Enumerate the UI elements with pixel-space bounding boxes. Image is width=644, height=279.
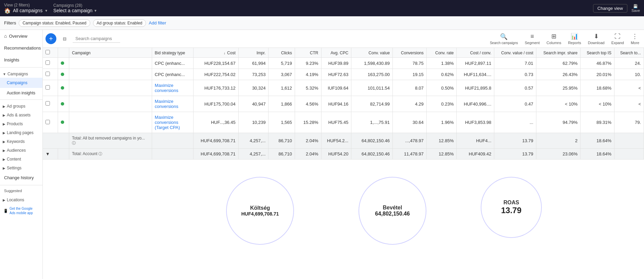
account-expand-cell[interactable]: ▼ xyxy=(43,149,58,160)
change-view-button[interactable]: Change view xyxy=(593,4,627,13)
status-indicator xyxy=(61,120,64,124)
sidebar-section-audiences[interactable]: ▶ Audiences xyxy=(0,145,42,154)
row-checkbox-cell[interactable] xyxy=(43,58,58,69)
account-cost-conv-cell: HUF409.42 xyxy=(457,149,494,160)
header-bid-strategy[interactable]: Bid strategy type xyxy=(152,48,193,58)
header-avg-cpc[interactable]: Avg. CPC xyxy=(321,48,351,58)
total-cpc-cell: HUF54.2... xyxy=(321,133,351,149)
filter-icon: ⊟ xyxy=(63,36,67,41)
account-bid-cell xyxy=(152,149,193,160)
row-checkbox[interactable] xyxy=(45,85,50,90)
sidebar-item-recommendations[interactable]: Recommendations xyxy=(0,42,42,54)
account-conv-cell: 11,478.97 xyxy=(393,149,427,160)
row-clicks-cell: 1,866 xyxy=(269,96,295,112)
download-button[interactable]: ⬇ Download xyxy=(586,32,607,45)
row-checkbox-cell[interactable] xyxy=(43,69,58,80)
account-status-cell xyxy=(58,149,69,160)
row-bid-cell[interactable]: Maximize conversions xyxy=(152,80,193,96)
header-ctr[interactable]: CTR xyxy=(295,48,321,58)
columns-button[interactable]: ⊞ Columns xyxy=(545,32,563,45)
sidebar-section-landing[interactable]: ▶ Landing pages xyxy=(0,128,42,136)
total-expand-cell xyxy=(43,133,69,149)
overview-icon: ⌂ xyxy=(4,33,7,39)
sidebar-section-keywords[interactable]: ▶ Keywords xyxy=(0,136,42,145)
row-bid-cell[interactable]: Maximize conversions (Target CPA) xyxy=(152,112,193,133)
campaign-dropdown-arrow-icon: ▼ xyxy=(94,9,97,13)
sidebar-section-campaigns[interactable]: ▼ Campaigns xyxy=(0,69,42,78)
row-cost-conv-cell: HUF40,996.... xyxy=(457,96,494,112)
add-campaign-button[interactable]: + xyxy=(45,33,56,44)
header-clicks[interactable]: Clicks xyxy=(269,48,295,58)
more-icon: ⋮ xyxy=(632,33,638,40)
row-conv-cell: 30.64 xyxy=(393,112,427,133)
header-conv-val-cost[interactable]: Conv. value / cost xyxy=(494,48,536,58)
filter-chip-adgroup-status[interactable]: Ad group status: Enabled xyxy=(93,19,146,27)
row-clicks-cell: 5,719 xyxy=(269,58,295,69)
sidebar-item-overview[interactable]: ⌂ Overview xyxy=(0,30,42,42)
select-all-checkbox[interactable] xyxy=(45,50,50,54)
expand-button[interactable]: ⛶ Expand xyxy=(609,32,626,45)
download-icon: ⬇ xyxy=(594,33,599,40)
filter-icon-button[interactable]: ⊟ xyxy=(59,33,70,44)
products-arrow-icon: ▶ xyxy=(3,122,5,126)
sidebar-divider-2 xyxy=(0,99,42,100)
row-checkbox-cell[interactable] xyxy=(43,80,58,96)
header-search-to[interactable]: Search to... xyxy=(614,48,644,58)
filter-chip-campaign-status[interactable]: Campaign status: Enabled, Paused xyxy=(19,19,90,27)
header-campaign[interactable]: Campaign xyxy=(69,48,152,58)
status-indicator xyxy=(61,102,64,106)
segment-button[interactable]: ≡ Segment xyxy=(523,32,542,45)
sort-icon: ↓ xyxy=(224,51,225,55)
search-input[interactable] xyxy=(73,35,120,43)
audiences-arrow-icon: ▶ xyxy=(3,149,5,152)
row-search-to-cell: 24. xyxy=(614,58,644,69)
header-conv-rate[interactable]: Conv. rate xyxy=(426,48,457,58)
account-cv-cost-cell: 13.79 xyxy=(494,149,536,160)
add-filter-button[interactable]: Add filter xyxy=(149,20,166,25)
row-checkbox-cell[interactable] xyxy=(43,96,58,112)
row-checkbox-cell[interactable] xyxy=(43,112,58,133)
header-checkbox[interactable] xyxy=(43,48,58,58)
reports-button[interactable]: 📊 Reports xyxy=(566,32,583,45)
header-search-impr[interactable]: Search impr. share xyxy=(536,48,580,58)
row-conv-rate-cell: 0.62% xyxy=(426,69,457,80)
sidebar-section-products[interactable]: ▶ Products xyxy=(0,119,42,128)
sidebar-item-auction-insights[interactable]: Auction insights xyxy=(0,88,42,98)
campaigns-selector[interactable]: Campaigns (28) Select a campaign ▼ xyxy=(53,3,97,13)
search-toolbar-button[interactable]: 🔍 Search campaigns xyxy=(488,32,520,45)
row-conv-val-cell: 82,714.99 xyxy=(351,96,393,112)
sidebar-item-change-history[interactable]: Change history xyxy=(0,172,42,184)
sidebar-section-ads[interactable]: ▶ Ads & assets xyxy=(0,110,42,119)
search-icon: 🔍 xyxy=(500,33,508,40)
all-campaigns-dropdown[interactable]: 🏠 All campaigns ▼ xyxy=(4,7,48,14)
sidebar-item-campaigns[interactable]: Campaigns xyxy=(0,78,42,88)
ads-arrow-icon: ▶ xyxy=(3,113,5,117)
sidebar-get-app[interactable]: 📱 Get the Google Ads mobile app xyxy=(0,204,42,218)
sidebar-item-insights[interactable]: Insights xyxy=(0,54,42,66)
row-conv-cell: 8.07 xyxy=(393,80,427,96)
header-impr[interactable]: Impr. xyxy=(238,48,269,58)
row-checkbox[interactable] xyxy=(45,120,50,124)
header-conv-value[interactable]: Conv. value xyxy=(351,48,393,58)
sidebar-section-locations[interactable]: ▶ Locations xyxy=(0,195,42,204)
row-bid-cell[interactable]: Maximize conversions xyxy=(152,96,193,112)
sidebar-section-adgroups[interactable]: ▶ Ad groups xyxy=(0,101,42,110)
keywords-arrow-icon: ▶ xyxy=(3,140,5,144)
total-cost-conv-cell: HUF4... xyxy=(457,133,494,149)
save-button[interactable]: 💾 Save xyxy=(631,4,640,13)
row-impr-cell: 40,947 xyxy=(238,96,269,112)
row-ctr-cell: 4.19% xyxy=(295,69,321,80)
sidebar-section-content[interactable]: ▶ Content xyxy=(0,154,42,163)
account-total-row: ▼ Total: Account ⓘ HUF4,699,708.71 4,257… xyxy=(43,149,644,160)
header-cost-conv[interactable]: Cost / conv. xyxy=(457,48,494,58)
row-checkbox[interactable] xyxy=(45,101,50,106)
header-conversions[interactable]: Conversions xyxy=(393,48,427,58)
header-search-top[interactable]: Search top IS xyxy=(581,48,614,58)
row-checkbox[interactable] xyxy=(45,60,50,65)
row-status-cell xyxy=(58,69,69,80)
more-button[interactable]: ⋮ More xyxy=(629,32,641,45)
row-checkbox[interactable] xyxy=(45,72,50,76)
header-cost[interactable]: ↓ Cost xyxy=(193,48,238,58)
sidebar-section-settings[interactable]: ▶ Settings xyxy=(0,163,42,172)
row-conv-val-cell: 1,598,430.89 xyxy=(351,58,393,69)
